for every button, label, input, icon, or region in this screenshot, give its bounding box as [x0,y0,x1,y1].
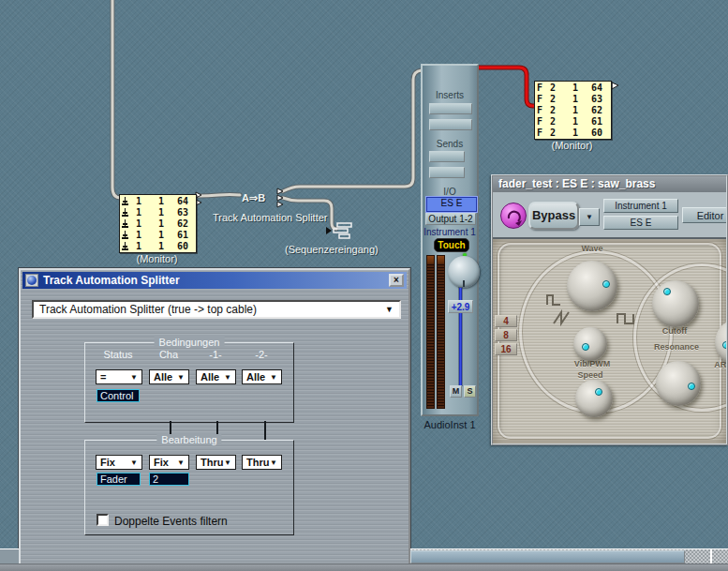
cutoff-knob[interactable] [652,280,699,327]
octave-8-button[interactable]: 8 [495,329,517,341]
sends-label: Sends [423,139,477,149]
preset-dropdown-button[interactable]: ▼ [579,208,600,226]
speed-knob[interactable] [575,380,613,417]
window-bottom-border [0,563,728,571]
dropdown-arrow-icon: ▼ [177,373,185,382]
hscrollbar-left-sliver[interactable] [0,548,19,564]
vib-pwm-knob[interactable] [573,327,607,361]
cable-splitter-to-strip[interactable] [283,70,424,191]
pan-knob[interactable] [448,256,480,288]
data2-operation-select[interactable]: Thru▼ [242,455,282,470]
status-operation-select[interactable]: Fix▼ [96,455,142,470]
operations-group-title: Bearbeitung [156,434,221,445]
status-operation-value[interactable]: Fader [97,473,141,486]
pulse-wave-icon [547,295,560,305]
dropdown-arrow-icon: ▼ [270,373,277,382]
strip-name-label: AudioInst 1 [414,419,485,430]
solo-button[interactable]: S [464,385,476,398]
wave-label: Wave [564,244,620,253]
hscrollbar-track[interactable] [410,548,728,564]
preset-combobox[interactable]: Track Automation Splitter (true -> top c… [32,300,401,319]
data2-condition-select[interactable]: Alle▼ [242,369,282,384]
knob-indicator [663,288,671,295]
plugin-name-button[interactable]: ES E [603,216,678,230]
hscrollbar-thumb[interactable] [410,550,685,563]
status-column-header: Status [95,349,141,360]
fader-event-icon [122,242,129,250]
conditions-group-title: Bedingungen [155,337,225,348]
plugin-window: fader_test : ES E : saw_brass Bypass ▼ I… [491,174,728,445]
scrollbar-divider [710,549,712,564]
knob-indicator [722,341,728,349]
send-slot-2[interactable] [429,167,465,178]
wave-knob[interactable] [567,261,617,311]
channel-operation-value[interactable]: 2 [149,473,189,486]
monitor-object-right[interactable]: F2164 F2163 F2162 F2161 F2160 [534,81,612,140]
status-value-field[interactable]: Control [97,389,140,402]
monitor-label: (Monitor) [119,253,195,264]
fader-event-icon [122,208,129,217]
plugin-target-track-button[interactable]: Instrument 1 [603,199,678,213]
send-slot-1[interactable] [429,151,465,162]
octave-16-button[interactable]: 16 [495,343,517,355]
data2-column-header: -2- [243,349,280,360]
close-icon[interactable]: × [389,274,404,287]
monitor-row: F2162 [535,104,611,115]
plugin-titlebar[interactable]: fader_test : ES E : saw_brass [493,176,726,192]
monitor-row: F2163 [535,93,611,104]
dropdown-arrow-icon: ▼ [130,373,138,382]
cable-top-to-monitor[interactable] [112,0,121,198]
splitter-caption: Track Automation Splitter [213,212,327,223]
cable-strip-to-monitor[interactable] [479,68,535,106]
knob-indicator [595,388,602,396]
duplicate-filter-checkbox[interactable] [97,514,109,526]
volume-fader[interactable]: +2.9 [448,300,473,313]
data1-operation-select[interactable]: Thru▼ [196,455,236,470]
output-slot[interactable]: Output 1-2 [425,213,476,225]
group-connector [264,421,266,440]
window-icon [25,274,38,287]
dropdown-arrow-icon: ▼ [385,305,394,314]
monitor-row: F2160 [535,127,611,138]
data1-condition-select[interactable]: Alle▼ [196,369,236,384]
channel-operation-select[interactable]: Fix▼ [149,455,189,470]
cable-monitor-to-splitter[interactable] [199,194,240,196]
monitor-row: F2164 [535,82,611,93]
saw-wave-icon [554,312,569,323]
data1-column-header: -1- [197,349,234,360]
mute-button[interactable]: M [450,385,462,398]
monitor-object-left[interactable]: 1164 1163 1162 1161 1160 [119,194,197,253]
channel-column-header: Cha [150,349,187,360]
editor-button[interactable]: Editor [682,207,728,223]
fader-event-icon [122,197,129,205]
monitor-label: (Monitor) [534,140,610,151]
insert-slot-2[interactable] [429,119,472,130]
square-wave-icon [617,314,633,323]
automation-mode-button[interactable]: Touch [434,238,469,252]
splitter-dialog: Track Automation Splitter × Track Automa… [19,268,410,566]
channel-condition-select[interactable]: Alle▼ [149,369,189,384]
dialog-titlebar[interactable]: Track Automation Splitter × [22,272,407,289]
meter-column [437,255,445,409]
dropdown-arrow-icon: ▼ [224,458,231,467]
logic-environment-window: 1164 1163 1162 1161 1160 (Monitor) A⇒B T… [0,0,728,571]
meter-column [426,255,435,409]
status-condition-select[interactable]: =▼ [96,369,142,384]
resonance-knob[interactable] [656,361,701,406]
resonance-label: Resonance [641,342,712,352]
track-automation-splitter-object[interactable]: A⇒B [242,192,265,204]
link-icon[interactable] [500,203,527,229]
bypass-button[interactable]: Bypass [528,202,579,230]
dropdown-arrow-icon: ▼ [270,458,277,467]
dropdown-arrow-icon: ▼ [224,373,231,382]
speed-label: Speed [562,370,618,380]
monitor-row: 1163 [120,206,196,218]
sequencer-input-label: (Sequenzereingang) [285,244,379,255]
pan-notch [463,280,465,287]
fader-event-icon [122,219,129,228]
duplicate-filter-label: Doppelte Events filtern [114,515,228,528]
monitor-row: 1160 [120,240,196,251]
octave-4-button[interactable]: 4 [495,315,517,327]
insert-slot-1[interactable] [429,103,472,114]
instrument-slot[interactable]: ES E [426,197,477,212]
